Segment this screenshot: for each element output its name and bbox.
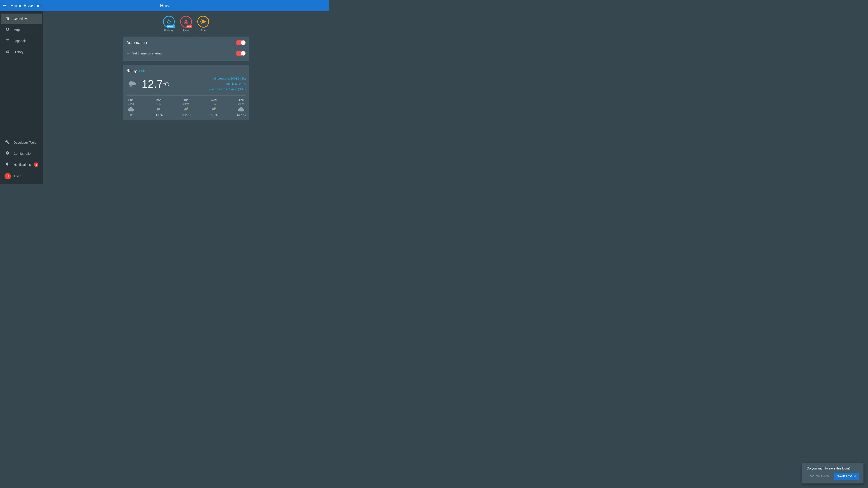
forecast-thu-temp: 13.7 °C bbox=[237, 113, 246, 117]
more-icon[interactable]: ⋮ bbox=[322, 3, 327, 8]
forecast-tue-day: Tue bbox=[184, 98, 188, 102]
theme-toggle-row: Set theme on startup bbox=[126, 49, 246, 58]
history-icon bbox=[4, 49, 10, 55]
forecast-mon-time: 2 PM bbox=[156, 103, 161, 105]
forecast-wed-time: 2 PM bbox=[211, 103, 217, 105]
sidebar-bottom: Developer Tools Configuration Notificati… bbox=[0, 135, 43, 184]
forecast-thu-day: Thu bbox=[239, 98, 244, 102]
weather-header: Rainy Huis bbox=[126, 68, 246, 73]
logbook-icon bbox=[4, 38, 10, 43]
theme-label: Set theme on startup bbox=[132, 52, 162, 55]
sidebar-item-configuration[interactable]: Configuration bbox=[1, 148, 42, 159]
svg-point-17 bbox=[186, 108, 187, 110]
forecast-row: Sun 2 PM 19.9 °C Mon 2 PM bbox=[126, 95, 246, 117]
sun-label: Sun bbox=[201, 29, 206, 32]
status-item-sun[interactable]: Sun bbox=[197, 16, 209, 32]
sidebar-item-history[interactable]: History bbox=[1, 46, 42, 57]
forecast-tue-time: 2 PM bbox=[183, 103, 189, 105]
svg-rect-6 bbox=[133, 86, 133, 87]
sun-circle bbox=[197, 16, 209, 28]
status-item-updater[interactable]: UNAVAI Updater bbox=[163, 16, 175, 32]
svg-point-11 bbox=[157, 109, 158, 110]
sidebar-notifications-label: Notifications bbox=[13, 163, 31, 166]
svg-rect-7 bbox=[134, 86, 134, 88]
svg-rect-4 bbox=[130, 86, 131, 87]
svg-point-21 bbox=[213, 108, 215, 110]
notification-badge: 2 bbox=[34, 162, 38, 167]
sidebar-item-developer-tools[interactable]: Developer Tools bbox=[1, 137, 42, 148]
forecast-tue-icon bbox=[183, 106, 189, 112]
forecast-thu-time: 2 PM bbox=[238, 103, 244, 105]
svg-point-2 bbox=[133, 83, 136, 85]
sidebar-item-user[interactable]: U User bbox=[1, 170, 42, 182]
forecast-sun-temp: 19.9 °C bbox=[126, 113, 135, 117]
weather-temp-row: 12.7°C bbox=[126, 78, 169, 90]
temperature-display: 12.7°C bbox=[142, 78, 169, 90]
content-area: UNAVAI Updater UNK User Sun Autom bbox=[43, 11, 329, 184]
status-item-user[interactable]: UNK User bbox=[180, 16, 192, 32]
forecast-tue-temp: 18.2 °C bbox=[182, 113, 191, 117]
automation-divider bbox=[126, 48, 246, 48]
forecast-mon: Mon 2 PM 14.4 °C bbox=[154, 98, 163, 117]
sidebar-user-label: User bbox=[14, 174, 21, 178]
sidebar-item-notifications[interactable]: Notifications 2 bbox=[1, 159, 42, 170]
updater-circle: UNAVAI bbox=[163, 16, 175, 28]
sidebar-item-map[interactable]: Map bbox=[1, 24, 42, 35]
forecast-mon-icon bbox=[155, 106, 162, 112]
theme-icon bbox=[126, 51, 130, 56]
forecast-sun: Sun 2 PM 19.9 °C bbox=[126, 98, 135, 117]
rain-cloud-icon bbox=[126, 78, 138, 90]
main-layout: ⊞ Overview Map Logbook History bbox=[0, 11, 329, 184]
weather-details: Air pressure: 1008.8 hPa Humidity: 94 % … bbox=[209, 76, 246, 92]
user-status-label: User bbox=[183, 29, 189, 32]
temperature-value: 12.7 bbox=[142, 78, 163, 90]
sidebar-item-logbook-label: Logbook bbox=[13, 39, 26, 43]
sidebar-item-overview[interactable]: ⊞ Overview bbox=[1, 13, 42, 24]
forecast-thu-icon bbox=[238, 106, 244, 112]
map-icon bbox=[4, 27, 10, 32]
forecast-sun-day: Sun bbox=[128, 98, 133, 102]
sidebar: ⊞ Overview Map Logbook History bbox=[0, 11, 43, 184]
automation-toggle[interactable] bbox=[236, 40, 246, 45]
sidebar-item-history-label: History bbox=[13, 50, 24, 54]
updater-label: Updater bbox=[164, 29, 174, 32]
forecast-wed-day: Wed bbox=[211, 98, 217, 102]
configuration-icon bbox=[4, 151, 10, 156]
automation-title: Automation bbox=[126, 40, 147, 45]
sidebar-item-map-label: Map bbox=[13, 28, 20, 32]
sidebar-nav: ⊞ Overview Map Logbook History bbox=[0, 11, 43, 135]
humidity: Humidity: 94 % bbox=[209, 81, 246, 86]
sidebar-item-overview-label: Overview bbox=[13, 17, 27, 21]
developer-tools-icon bbox=[4, 140, 10, 145]
temperature-unit: °C bbox=[163, 81, 169, 87]
weather-card: Rainy Huis bbox=[123, 65, 249, 120]
air-pressure: Air pressure: 1008.8 hPa bbox=[209, 76, 246, 81]
top-header: ☰ Home Assistant Huis ⋮ bbox=[0, 0, 329, 11]
wind-speed: Wind speed: 4.7 km/h (SSE) bbox=[209, 87, 246, 92]
automation-card-header: Automation bbox=[126, 40, 246, 45]
weather-title: Rainy bbox=[126, 68, 137, 73]
status-row: UNAVAI Updater UNK User Sun bbox=[48, 16, 324, 32]
overview-icon: ⊞ bbox=[4, 16, 10, 21]
forecast-wed: Wed 2 PM 15.3 °C bbox=[209, 98, 218, 117]
automation-card: Automation Set theme on startup bbox=[123, 37, 249, 61]
user-status-circle: UNK bbox=[180, 16, 192, 28]
svg-rect-13 bbox=[158, 110, 158, 111]
forecast-mon-temp: 14.4 °C bbox=[154, 113, 163, 117]
user-status-badge: UNK bbox=[186, 25, 192, 28]
updater-badge: UNAVAI bbox=[166, 25, 175, 28]
svg-rect-5 bbox=[131, 86, 132, 88]
forecast-thu: Thu 2 PM 13.7 °C bbox=[237, 98, 246, 117]
svg-point-18 bbox=[184, 109, 186, 110]
forecast-tue: Tue 2 PM 18.2 °C bbox=[182, 98, 191, 117]
weather-main: 12.7°C Air pressure: 1008.8 hPa Humidity… bbox=[126, 76, 246, 92]
menu-icon[interactable]: ☰ bbox=[3, 3, 7, 8]
sidebar-item-logbook[interactable]: Logbook bbox=[1, 35, 42, 46]
forecast-sun-time: 2 PM bbox=[128, 103, 134, 105]
forecast-wed-temp: 15.3 °C bbox=[209, 113, 218, 117]
page-title: Huis bbox=[160, 3, 169, 8]
svg-point-22 bbox=[212, 109, 213, 110]
theme-toggle[interactable] bbox=[236, 51, 246, 56]
notifications-icon bbox=[4, 162, 10, 167]
theme-label-row: Set theme on startup bbox=[126, 51, 162, 56]
